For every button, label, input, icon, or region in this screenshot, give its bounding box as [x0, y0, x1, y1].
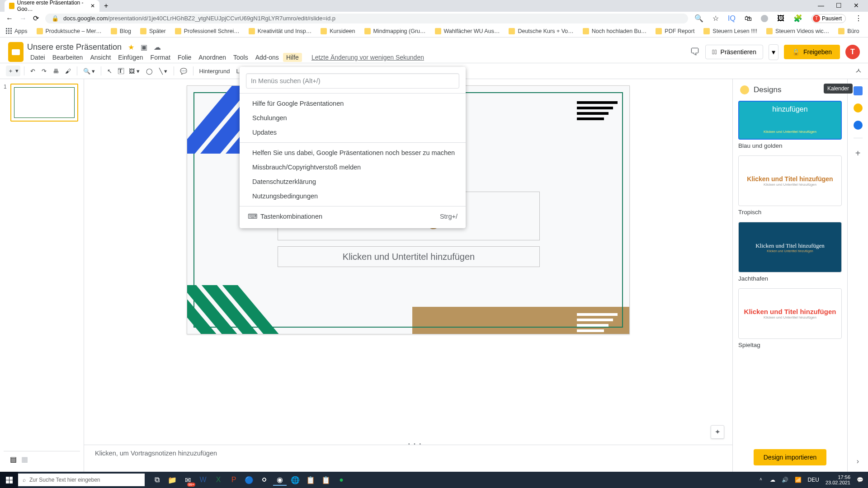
language-indicator[interactable]: DEU	[808, 477, 819, 483]
help-privacy-item[interactable]: Datenschutzerklärung	[240, 174, 466, 189]
back-button[interactable]: ←	[6, 14, 13, 23]
clock[interactable]: 17:56 23.02.2021	[826, 474, 850, 485]
help-docs-item[interactable]: Hilfe für Google Präsentationen	[240, 96, 466, 111]
textbox-tool[interactable]: 𝐓⃞	[116, 66, 125, 76]
grid-view-icon[interactable]: ▦	[21, 455, 28, 464]
menu-file[interactable]: Datei	[27, 53, 48, 62]
minimize-button[interactable]: —	[818, 2, 824, 9]
chrome-icon[interactable]: ◉	[273, 474, 287, 486]
bookmark-item[interactable]: Professionell Schrei…	[175, 28, 240, 34]
bookmark-item[interactable]: Noch hochladen Bu…	[583, 28, 647, 34]
url-bar[interactable]: 🔒 docs.google.com/presentation/d/1je40CL…	[45, 14, 688, 23]
notifications-icon[interactable]: 💬	[857, 477, 863, 483]
bookmark-item[interactable]: Kursideen	[321, 28, 355, 34]
mail-icon[interactable]: ✉99+	[181, 474, 194, 486]
bookmark-item[interactable]: Kreativität und Insp…	[249, 28, 312, 34]
menu-insert[interactable]: Einfügen	[115, 53, 146, 62]
star-icon[interactable]: ☆	[712, 14, 719, 23]
slide-thumbnail-1[interactable]	[10, 84, 78, 122]
menu-search-input[interactable]: In Menüs suchen (Alt+/)	[246, 73, 459, 89]
theme-tile-tropisch[interactable]: Klicken und Titel hinzufügen Klicken und…	[738, 155, 842, 206]
import-design-button[interactable]: Design importieren	[754, 449, 827, 465]
present-button[interactable]: ▸⃞ Präsentieren	[705, 45, 763, 59]
close-window-button[interactable]: ✕	[854, 2, 859, 9]
onedrive-icon[interactable]: ☁	[770, 477, 775, 483]
zoom-icon[interactable]: 🔍	[694, 14, 703, 23]
bookmark-item[interactable]: Produktsuche – Mer…	[37, 28, 102, 34]
print-button[interactable]: 🖶	[51, 66, 61, 76]
comment-tool[interactable]: 💬	[178, 66, 189, 76]
menu-format[interactable]: Format	[147, 53, 174, 62]
task-view-icon[interactable]: ⧉	[150, 474, 164, 486]
paint-format-button[interactable]: 🖌	[63, 66, 73, 76]
select-tool[interactable]: ↖	[105, 66, 114, 76]
bookmark-item[interactable]: Steuern Lesen !!!!	[703, 28, 757, 34]
spotify-icon[interactable]: ●	[335, 474, 348, 486]
background-button[interactable]: Hintergrund	[197, 66, 232, 76]
bookmark-item[interactable]: Deutsche Kurs + Vo…	[509, 28, 573, 34]
share-button[interactable]: 🔒 Freigeben	[784, 45, 840, 59]
divider-handle[interactable]: • • •	[408, 441, 422, 446]
browser-tab[interactable]: Unsere erste Präsentation - Goo… ✕	[5, 0, 99, 12]
shape-tool[interactable]: ◯	[144, 66, 155, 76]
wifi-icon[interactable]: 📶	[795, 477, 802, 483]
menu-help[interactable]: Hilfe	[283, 53, 302, 62]
last-edit-link[interactable]: Letzte Änderung vor wenigen Sekunden	[308, 53, 427, 62]
extension-icon-2[interactable]: 🛍	[745, 14, 752, 23]
image-tool[interactable]: 🖼 ▾	[127, 66, 142, 76]
tray-expand-icon[interactable]: ＾	[758, 476, 764, 484]
help-training-item[interactable]: Schulungen	[240, 111, 466, 125]
bookmark-item[interactable]: Später	[140, 28, 166, 34]
collapse-toolbar-icon[interactable]: ㅅ	[855, 66, 862, 76]
help-terms-item[interactable]: Nutzungsbedingungen	[240, 189, 466, 203]
theme-tile-spieltag[interactable]: Klicken und Titel hinzufügen Klicken und…	[738, 288, 842, 339]
theme-tile-blau-golden[interactable]: hinzufügen Klicken und Untertitel hinzuf…	[738, 101, 842, 140]
bookmark-item[interactable]: Wahlfächer WU Aus…	[435, 28, 500, 34]
apps-button[interactable]: Apps	[6, 28, 28, 34]
menu-tools[interactable]: Tools	[230, 53, 251, 62]
volume-icon[interactable]: 🔊	[782, 477, 788, 483]
taskbar-search[interactable]: ⌕ Zur Suche Text hier eingeben	[18, 474, 145, 486]
help-updates-item[interactable]: Updates	[240, 125, 466, 140]
extension-icon-1[interactable]: IQ	[728, 14, 736, 23]
edge-icon[interactable]: 🌐	[288, 474, 302, 486]
present-dropdown[interactable]: ▾	[769, 44, 778, 60]
help-shortcuts-item[interactable]: ⌨ Tastenkombinationen Strg+/	[240, 209, 466, 224]
cloud-icon[interactable]: ☁	[154, 43, 161, 52]
slides-logo[interactable]	[8, 42, 24, 62]
document-title[interactable]: Unsere erste Präsentation	[27, 42, 122, 52]
powerpoint-icon[interactable]: P	[227, 474, 241, 486]
excel-icon[interactable]: X	[212, 474, 225, 486]
app-icon-2[interactable]: 📋	[304, 474, 317, 486]
forward-button[interactable]: →	[19, 14, 27, 23]
menu-arrange[interactable]: Anordnen	[195, 53, 229, 62]
expand-sidebar-icon[interactable]: ›	[857, 457, 859, 465]
undo-button[interactable]: ↶	[28, 66, 38, 76]
extensions-icon[interactable]: 🧩	[793, 14, 802, 23]
bookmark-item[interactable]: Steuern Videos wic…	[766, 28, 829, 34]
menu-icon[interactable]: ⋮	[855, 14, 862, 23]
menu-edit[interactable]: Bearbeiten	[49, 53, 86, 62]
extension-icon-4[interactable]: 🖼	[777, 14, 784, 23]
filmstrip-view-icon[interactable]: ▤	[10, 455, 17, 464]
line-tool[interactable]: ╲ ▾	[157, 66, 170, 76]
speaker-notes[interactable]: • • • Klicken, um Vortragsnotizen hinzuz…	[84, 445, 732, 472]
word-icon[interactable]: W	[196, 474, 210, 486]
new-slide-button[interactable]: ＋ ▾	[6, 66, 20, 76]
themes-list[interactable]: hinzufügen Klicken und Untertitel hinzuf…	[733, 101, 847, 445]
move-icon[interactable]: ▣	[141, 43, 147, 52]
bookmark-item[interactable]: Mindmapping (Gru…	[364, 28, 426, 34]
menu-slide[interactable]: Folie	[175, 53, 194, 62]
calendar-icon[interactable]	[854, 86, 863, 95]
help-improve-item[interactable]: Helfen Sie uns dabei, Google Präsentatio…	[240, 145, 466, 160]
subtitle-placeholder[interactable]: Klicken und Untertitel hinzufügen	[278, 246, 540, 267]
app-icon-3[interactable]: 📋	[319, 474, 333, 486]
keep-icon[interactable]	[854, 103, 863, 113]
close-icon[interactable]: ✕	[90, 3, 95, 9]
obs-icon[interactable]: ⭘	[258, 474, 271, 486]
add-addon-button[interactable]: +	[855, 148, 861, 159]
maximize-button[interactable]: ☐	[836, 2, 842, 9]
tasks-icon[interactable]	[854, 121, 863, 130]
new-tab-button[interactable]: +	[104, 2, 108, 12]
redo-button[interactable]: ↷	[39, 66, 49, 76]
